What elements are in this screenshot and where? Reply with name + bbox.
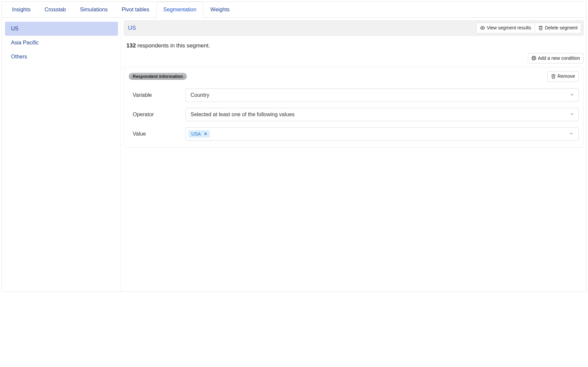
tab-simulations[interactable]: Simulations	[73, 2, 115, 18]
plus-icon: +	[532, 56, 536, 60]
tab-pivot-tables[interactable]: Pivot tables	[115, 2, 156, 18]
trash-icon	[538, 25, 543, 30]
segment-editor: US View segment results	[121, 18, 586, 292]
chevron-down-icon	[570, 133, 573, 135]
respondent-summary: 132 respondents in this segment.	[124, 38, 584, 51]
variable-select[interactable]: Country	[186, 88, 579, 102]
value-row: Value USA ✕	[129, 127, 579, 141]
variable-row: Variable Country	[129, 88, 579, 102]
condition-card: Respondent information Remove	[124, 67, 584, 148]
sidebar-item-others[interactable]: Others	[5, 50, 118, 64]
value-label: Value	[133, 131, 186, 137]
delete-segment-button[interactable]: Delete segment	[535, 23, 581, 33]
chevron-down-icon	[570, 94, 574, 96]
value-multiselect[interactable]: USA ✕	[186, 127, 579, 141]
segment-header: US View segment results	[124, 20, 584, 36]
add-condition-label: Add a new condition	[538, 55, 580, 62]
value-tag-label: USA	[191, 131, 201, 137]
respondent-count: 132	[126, 42, 136, 49]
condition-card-header: Respondent information Remove	[129, 71, 579, 82]
tab-bar: Insights Crosstab Simulations Pivot tabl…	[2, 2, 586, 18]
segment-action-buttons: View segment results Delete segment	[476, 23, 581, 33]
app-container: Insights Crosstab Simulations Pivot tabl…	[1, 1, 587, 292]
remove-condition-label: Remove	[558, 73, 575, 80]
add-condition-row: + Add a new condition	[124, 51, 584, 66]
remove-condition-button[interactable]: Remove	[547, 71, 579, 82]
sidebar-item-us[interactable]: US	[5, 22, 118, 36]
view-segment-results-button[interactable]: View segment results	[476, 23, 535, 33]
operator-label: Operator	[133, 112, 186, 118]
svg-point-0	[482, 27, 483, 29]
segment-list-sidebar: US Asia Pacific Others	[2, 18, 121, 292]
condition-group-pill: Respondent information	[129, 73, 187, 80]
operator-select[interactable]: Selected at least one of the following v…	[186, 108, 579, 121]
tab-crosstab[interactable]: Crosstab	[37, 2, 73, 18]
operator-select-value: Selected at least one of the following v…	[191, 112, 295, 118]
respondent-count-suffix: respondents in this segment.	[136, 42, 210, 49]
chevron-down-icon	[570, 114, 574, 115]
view-segment-results-label: View segment results	[487, 25, 531, 31]
add-condition-button[interactable]: + Add a new condition	[528, 53, 584, 64]
eye-icon	[480, 25, 485, 30]
body-layout: US Asia Pacific Others US Vi	[2, 18, 586, 292]
tab-segmentation[interactable]: Segmentation	[156, 2, 204, 18]
segment-title[interactable]: US	[128, 25, 136, 31]
variable-label: Variable	[133, 92, 186, 98]
sidebar-item-asia-pacific[interactable]: Asia Pacific	[5, 36, 118, 50]
variable-select-value: Country	[191, 92, 209, 98]
delete-segment-label: Delete segment	[545, 25, 578, 31]
value-tag-usa: USA ✕	[189, 130, 210, 138]
operator-row: Operator Selected at least one of the fo…	[129, 108, 579, 121]
trash-icon	[551, 74, 556, 79]
tab-weights[interactable]: Weights	[203, 2, 237, 18]
remove-tag-icon[interactable]: ✕	[204, 132, 207, 136]
value-tags-container: USA ✕	[189, 130, 210, 138]
tab-insights[interactable]: Insights	[5, 2, 37, 18]
